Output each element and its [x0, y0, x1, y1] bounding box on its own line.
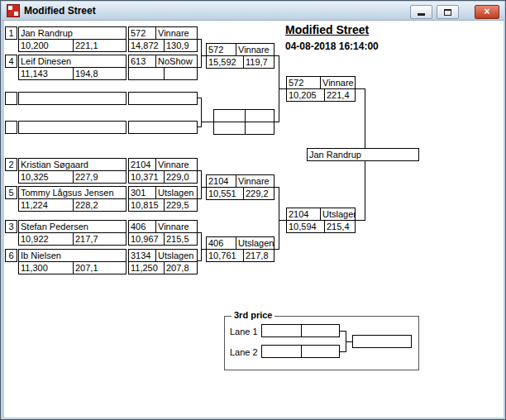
lane-status-box: 2104Vinnare	[128, 158, 198, 171]
lane-status-box	[128, 92, 198, 105]
round2-score-box: 10,761217,8	[206, 249, 274, 262]
lane-status-box: 301Utslagen	[128, 186, 198, 199]
lane-score-box: 10,967215,5	[128, 232, 198, 246]
lane-status-box	[128, 121, 198, 134]
seed-box	[5, 121, 17, 134]
player-score-box: 11,300207,1	[18, 261, 126, 274]
semifinal-score-box: 10,594215,4	[286, 220, 356, 233]
seed-box	[5, 92, 17, 105]
player-score-box: 10,325227,9	[18, 170, 126, 184]
close-icon: ×	[484, 7, 489, 17]
lane-status-box: 406Vinnare	[128, 220, 198, 233]
player-score-box: 10,922217,7	[18, 232, 126, 246]
lane2-box	[261, 345, 340, 358]
close-button[interactable]: ×	[475, 5, 499, 19]
seed-box: 3	[5, 220, 17, 233]
semifinal-score-box: 10,205221,4	[286, 88, 356, 102]
round2-score-box: 15,592119,7	[206, 55, 274, 69]
seed-box: 1	[5, 26, 17, 40]
round2-lane-box	[213, 109, 274, 122]
lane-score-box	[128, 67, 198, 80]
third-price-title: 3rd price	[232, 310, 274, 320]
round2-lane-box: 2104Vinnare	[206, 174, 274, 188]
round2-lane-box: 572Vinnare	[206, 43, 274, 56]
maximize-icon	[444, 9, 451, 16]
page-title: Modified Street	[285, 23, 369, 36]
lane-score-box: 14,872130,9	[128, 39, 198, 52]
maximize-button[interactable]	[437, 5, 459, 19]
window: Modified Street × Modified Street 04-08-…	[0, 0, 506, 420]
lane2-label: Lane 2	[230, 347, 258, 357]
lane1-box	[261, 324, 340, 337]
lane-score-box: 10,815229,5	[128, 198, 198, 212]
round2-lane-box: 406Utslagen	[206, 236, 274, 250]
player-name-box: Tommy Lågsus Jensen	[18, 186, 126, 199]
player-name-box	[18, 121, 126, 134]
player-name-box: Leif Dinesen	[18, 55, 126, 68]
lane1-label: Lane 1	[230, 327, 258, 336]
player-name-box: Ib Nielsen	[18, 249, 126, 262]
seed-box: 6	[5, 249, 17, 262]
lane-status-box: 572Vinnare	[128, 26, 198, 40]
app-icon	[7, 4, 20, 17]
lane-score-box: 10,371229,0	[128, 170, 198, 184]
semifinal-lane-box: 2104Utslagen	[286, 208, 356, 221]
player-score-box: 10,200221,1	[18, 39, 126, 52]
seed-box: 4	[5, 55, 17, 68]
round2-score-box: 10,551229,2	[206, 187, 274, 200]
lane-score-box: 11,250207,8	[128, 261, 198, 274]
minimize-icon	[418, 13, 425, 16]
player-name-box: Jan Randrup	[18, 26, 126, 40]
round2-score-box	[213, 122, 274, 135]
titlebar[interactable]: Modified Street ×	[2, 2, 504, 21]
header-datetime: 04-08-2018 16:14:00	[285, 41, 379, 52]
seed-box: 5	[5, 186, 17, 199]
player-name-box: Kristian Søgaard	[18, 158, 126, 171]
seed-box: 2	[5, 158, 17, 171]
player-name-box	[18, 92, 126, 105]
player-score-box: 11,224228,2	[18, 198, 126, 212]
semifinal-lane-box: 572Vinnare	[286, 76, 356, 89]
third-price-result-box	[352, 335, 412, 348]
player-name-box: Stefan Pedersen	[18, 220, 126, 233]
minimize-button[interactable]	[410, 5, 432, 19]
player-score-box: 11,143194,8	[18, 67, 126, 80]
window-controls: ×	[410, 5, 499, 19]
lane-status-box: 3134Utslagen	[128, 249, 198, 262]
window-title: Modified Street	[24, 5, 96, 17]
winner-box: Jan Randrup	[307, 148, 419, 161]
lane-status-box: 613NoShow	[128, 55, 198, 68]
